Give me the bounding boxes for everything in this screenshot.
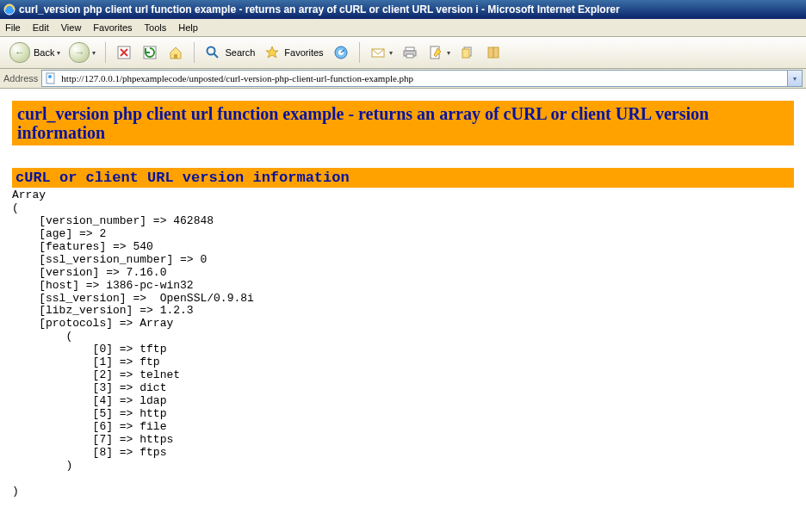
page-icon <box>44 71 58 85</box>
print-icon <box>401 44 418 61</box>
home-button[interactable] <box>163 40 189 65</box>
address-field-wrap: ▾ <box>41 70 803 87</box>
address-bar: Address ▾ <box>0 69 806 89</box>
home-icon <box>167 44 184 61</box>
ie-logo-icon <box>3 3 16 15</box>
menu-view[interactable]: View <box>61 22 82 33</box>
stop-button[interactable] <box>111 40 137 65</box>
discuss-icon <box>459 44 476 61</box>
mail-button[interactable]: ▾ <box>365 40 397 65</box>
favorites-label: Favorites <box>284 47 323 58</box>
refresh-icon <box>141 44 158 61</box>
svg-rect-16 <box>488 47 493 58</box>
chevron-down-icon: ▾ <box>389 49 393 57</box>
search-icon <box>204 44 221 61</box>
address-label: Address <box>3 73 38 84</box>
research-button[interactable] <box>480 40 506 65</box>
research-icon <box>485 44 502 61</box>
menu-help[interactable]: Help <box>178 22 198 33</box>
menu-tools[interactable]: Tools <box>145 22 167 33</box>
chevron-down-icon: ▾ <box>92 49 96 57</box>
chevron-down-icon: ▾ <box>447 49 450 57</box>
toolbar-separator <box>194 42 195 63</box>
back-icon: ← <box>9 42 30 63</box>
menu-edit[interactable]: Edit <box>33 22 49 33</box>
print-button[interactable] <box>397 40 423 65</box>
stop-icon <box>115 44 133 61</box>
menu-favorites[interactable]: Favorites <box>93 22 132 33</box>
forward-icon: → <box>69 42 90 63</box>
svg-rect-15 <box>462 49 469 58</box>
forward-button[interactable]: → ▾ <box>65 40 100 65</box>
menubar: File Edit View Favorites Tools Help <box>0 19 806 37</box>
page-title: curl_version php client url function exa… <box>12 101 794 145</box>
window-title: curl_version php client url function exa… <box>19 3 803 15</box>
svg-line-5 <box>214 53 218 58</box>
svg-rect-17 <box>493 47 499 58</box>
window-titlebar: curl_version php client url function exa… <box>0 0 806 19</box>
toolbar-separator <box>105 42 106 63</box>
star-icon <box>264 44 281 61</box>
mail-icon <box>369 44 387 61</box>
toolbar: ← Back ▾ → ▾ Search Favorites <box>0 37 806 69</box>
svg-rect-10 <box>406 47 414 51</box>
discuss-button[interactable] <box>455 40 480 65</box>
menu-file[interactable]: File <box>5 22 21 33</box>
page-subheading: cURL or client URL version information <box>12 168 794 188</box>
edit-icon <box>427 44 444 61</box>
back-label: Back <box>34 47 54 58</box>
favorites-button[interactable]: Favorites <box>259 40 327 65</box>
toolbar-separator <box>359 42 360 63</box>
document-area: curl_version php client url function exa… <box>0 89 806 498</box>
svg-rect-18 <box>46 73 54 84</box>
address-dropdown-button[interactable]: ▾ <box>787 71 802 86</box>
search-button[interactable]: Search <box>200 40 259 65</box>
svg-rect-3 <box>174 54 177 59</box>
media-icon <box>332 44 350 61</box>
search-label: Search <box>225 47 255 58</box>
svg-rect-12 <box>406 54 413 58</box>
svg-point-19 <box>48 75 52 78</box>
chevron-down-icon: ▾ <box>57 49 60 57</box>
media-button[interactable] <box>328 40 354 65</box>
refresh-button[interactable] <box>137 40 163 65</box>
array-dump: Array ( [version_number] => 462848 [age]… <box>12 189 794 498</box>
edit-button[interactable]: ▾ <box>423 40 455 65</box>
back-button[interactable]: ← Back ▾ <box>5 40 65 65</box>
address-input[interactable] <box>59 71 787 85</box>
